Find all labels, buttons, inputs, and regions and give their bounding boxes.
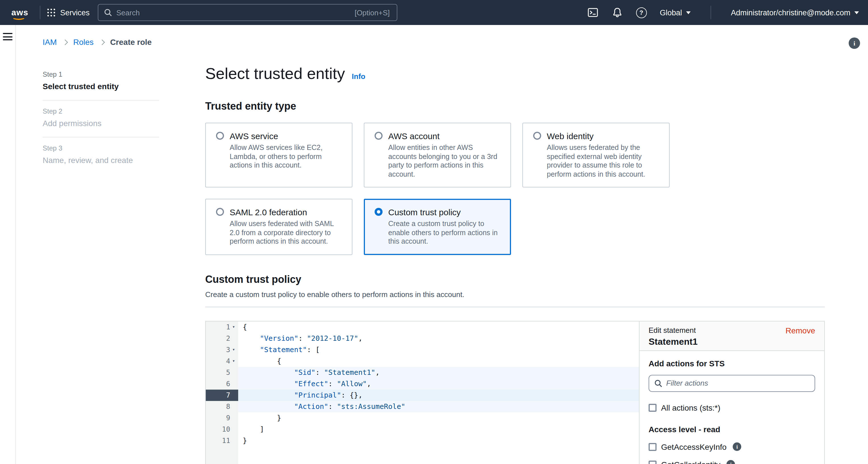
code-token [243,402,294,410]
step-item[interactable]: Step 3Name, review, and create [43,137,159,174]
search-input[interactable]: Search [Option+S] [97,4,397,21]
steps-nav: Step 1Select trusted entityStep 2Add per… [43,64,159,464]
code-token: "Sid" [294,368,315,376]
code-text: "Action": "sts:AssumeRole" [238,401,639,412]
card-description: Allow users federated with SAML 2.0 from… [230,220,343,246]
radio-button[interactable] [375,208,382,216]
search-icon [104,8,112,16]
cloudshell-button[interactable] [587,7,598,18]
help-button[interactable]: ? [636,7,647,18]
radio-button[interactable] [375,132,382,140]
code-token: ] [243,425,264,433]
card-header: Custom trust policy [375,207,501,218]
code-token [243,368,294,376]
services-grid-icon [47,8,56,17]
statement-panel: Edit statement Remove Statement1 Add act… [639,321,824,464]
editor-line[interactable]: 10 ] [206,423,639,435]
menu-toggle-icon[interactable] [3,33,12,40]
line-number: 6 [206,378,238,389]
code-token: : [328,402,337,410]
bell-icon [611,7,623,18]
aws-logo-smile-icon [12,14,26,20]
remove-statement-link[interactable]: Remove [785,326,815,335]
step-label: Name, review, and create [43,156,159,165]
code-token: : [ [307,345,320,354]
code-token: , [375,368,380,376]
code-token: { [243,322,247,331]
editor-line[interactable]: 9 } [206,412,639,423]
action-label: GetCallerIdentity [661,460,720,464]
account-menu[interactable]: Administrator/christine@mode.com [731,8,859,17]
access-level-heading: Access level - read [649,425,815,434]
editor-line[interactable]: 6 "Effect": "Allow", [206,378,639,389]
aws-logo[interactable]: aws [9,7,33,18]
policy-editor[interactable]: 1▾{2 "Version": "2012-10-17",3▾ "Stateme… [206,321,639,464]
all-actions-checkbox[interactable] [649,403,656,411]
entity-type-card[interactable]: SAML 2.0 federationAllow users federated… [205,199,352,255]
code-token: { [243,356,281,365]
breadcrumb-item[interactable]: Roles [73,37,94,46]
editor-line[interactable]: 11} [206,435,639,446]
code-token: , [358,334,362,342]
code-text: "Statement": [ [238,344,639,355]
help-glyph: ? [640,9,643,16]
entity-type-cards: AWS serviceAllow AWS services like EC2, … [205,123,825,255]
info-link[interactable]: Info [352,72,366,81]
radio-button[interactable] [216,132,224,140]
radio-button[interactable] [216,208,224,216]
action-checkbox[interactable] [649,460,656,464]
card-title: Custom trust policy [388,207,461,218]
editor-line[interactable]: 4▾ { [206,355,639,367]
editor-line[interactable]: 3▾ "Statement": [ [206,344,639,355]
fold-arrow-icon[interactable]: ▾ [230,344,237,355]
code-token: } [243,436,247,444]
breadcrumb-item[interactable]: IAM [43,37,57,46]
info-icon[interactable]: i [733,442,741,451]
actions-list: GetAccessKeyInfoiGetCallerIdentityiGetFe… [649,442,815,464]
info-icon[interactable]: i [727,460,735,464]
info-panel-icon[interactable]: i [849,37,860,49]
services-menu[interactable]: Services [47,8,90,17]
card-title: AWS account [388,131,440,141]
notifications-button[interactable] [611,7,623,18]
line-number-text: 3 [218,344,230,355]
search-placeholder: Search [116,8,350,17]
action-checkbox[interactable] [649,443,656,451]
editor-line[interactable]: 7 "Principal": {}, [206,389,639,401]
statement-panel-header: Edit statement Remove Statement1 [640,321,824,351]
region-selector[interactable]: Global [660,8,690,17]
entity-type-card[interactable]: Custom trust policyCreate a custom trust… [364,199,511,255]
editor-line[interactable]: 2 "Version": "2012-10-17", [206,333,639,344]
step-item[interactable]: Step 2Add permissions [43,101,159,137]
fold-arrow-icon[interactable]: ▾ [230,321,237,333]
fold-arrow-icon[interactable]: ▾ [230,355,237,367]
card-header: AWS service [216,131,343,141]
chevron-down-icon [855,11,859,16]
filter-actions-input[interactable] [666,379,809,387]
code-token [243,391,294,399]
editor-line[interactable]: 8 "Action": "sts:AssumeRole" [206,401,639,412]
line-number: 5 [206,367,238,378]
code-token [243,379,294,388]
entity-type-card[interactable]: Web identityAllows users federated by th… [522,123,670,188]
step-item[interactable]: Step 1Select trusted entity [43,64,159,101]
line-number: 11 [206,435,238,446]
line-number: 4▾ [206,355,238,367]
editor-line[interactable]: 1▾{ [206,321,639,333]
code-token: "2012-10-17" [307,334,359,342]
entity-type-card[interactable]: AWS accountAllow entities in other AWS a… [364,123,511,188]
radio-button[interactable] [533,132,541,140]
card-description: Allow entities in other AWS accounts bel… [388,144,501,179]
code-token: } [243,413,281,422]
line-number-text: 8 [218,401,230,412]
code-token: "Action" [294,402,328,410]
info-glyph: i [854,40,855,46]
help-icon: ? [636,7,647,18]
code-token: "Allow" [337,379,367,388]
card-description: Allow AWS services like EC2, Lambda, or … [230,144,343,170]
code-token: : [299,334,307,342]
editor-line[interactable]: 5 "Sid": "Statement1", [206,367,639,378]
services-label: Services [60,8,90,17]
entity-type-card[interactable]: AWS serviceAllow AWS services like EC2, … [205,123,352,188]
line-number-text: 10 [218,423,230,435]
